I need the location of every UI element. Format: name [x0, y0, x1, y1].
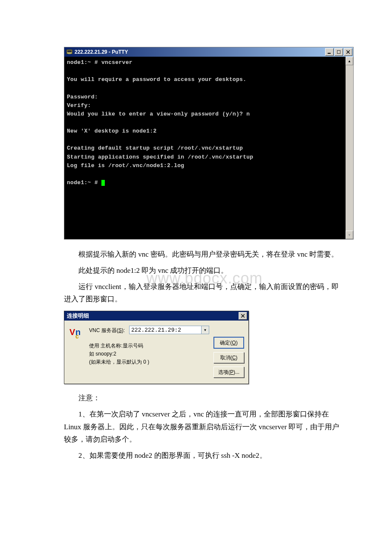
- options-button[interactable]: 选项(P)...: [213, 367, 244, 378]
- vnc-server-label: VNC 服务器(S):: [89, 327, 125, 334]
- paragraph-note-header: 注意：: [64, 392, 345, 405]
- svg-rect-1: [67, 50, 72, 52]
- cancel-button[interactable]: 取消(C): [213, 352, 244, 363]
- ok-button[interactable]: 确定(O): [213, 337, 244, 349]
- scrollbar[interactable]: ▲ ▼: [346, 57, 353, 239]
- putty-window: 222.222.21.29 - PuTTY node1:~ # vncserve…: [64, 47, 354, 240]
- terminal-output[interactable]: node1:~ # vncserver You will require a p…: [64, 57, 346, 239]
- svg-rect-3: [328, 53, 331, 54]
- close-button[interactable]: [344, 48, 352, 56]
- svg-rect-2: [68, 54, 71, 54]
- paragraph-note-1: 1、在第一次启动了 vncserver 之后，vnc 的连接一直可用，全部图形窗…: [64, 408, 345, 446]
- svg-text:c: c: [75, 333, 79, 338]
- paragraph-2: 此处提示的 node1:2 即为 vnc 成功打开的端口。: [64, 264, 345, 277]
- vnc-server-input[interactable]: [129, 326, 202, 334]
- vnc-hint-text: 使用 主机名称:显示号码 如 snoopy:2 (如果未给，显示默认为 0 ): [89, 342, 209, 367]
- scroll-track[interactable]: [346, 65, 353, 231]
- minimize-button[interactable]: [325, 48, 334, 56]
- svg-text:V: V: [69, 327, 75, 337]
- terminal-cursor: [101, 180, 105, 186]
- terminal-text: node1:~ # vncserver You will require a p…: [67, 59, 253, 186]
- vnc-close-button[interactable]: [239, 312, 247, 320]
- vnc-dialog-title: 连接明细: [67, 312, 239, 320]
- vnc-connection-dialog: 连接明细 V n c VNC 服务器(S): ▼ 使用 主机名: [64, 311, 249, 384]
- scroll-up-button[interactable]: ▲: [346, 57, 353, 65]
- putty-title: 222.222.21.29 - PuTTY: [75, 49, 325, 55]
- vnc-server-combo[interactable]: ▼: [129, 326, 209, 335]
- vnc-logo-icon: V n c: [69, 327, 85, 338]
- maximize-button[interactable]: [334, 48, 343, 56]
- scroll-down-button[interactable]: ▼: [346, 231, 353, 239]
- vnc-server-dropdown-button[interactable]: ▼: [202, 326, 209, 334]
- putty-icon: [66, 49, 73, 55]
- putty-titlebar[interactable]: 222.222.21.29 - PuTTY: [64, 47, 353, 57]
- watermark-container: www.bdocx.com 运行 vncclient，输入登录服务器地址和端口号…: [64, 280, 345, 306]
- window-controls: [325, 48, 352, 56]
- paragraph-1: 根据提示输入新的 vnc 密码。此密码与用户登录密码无关，将在登录 vnc 时需…: [64, 248, 345, 261]
- vnc-dialog-titlebar[interactable]: 连接明细: [64, 311, 248, 321]
- svg-rect-4: [337, 50, 340, 54]
- document-page: 222.222.21.29 - PuTTY node1:~ # vncserve…: [0, 0, 392, 483]
- paragraph-3: 运行 vncclient，输入登录服务器地址和端口号，点确定，输入前面设置的密码…: [64, 280, 345, 306]
- paragraph-note-2: 2、如果需要使用 node2 的图形界面，可执行 ssh -X node2。: [64, 449, 345, 462]
